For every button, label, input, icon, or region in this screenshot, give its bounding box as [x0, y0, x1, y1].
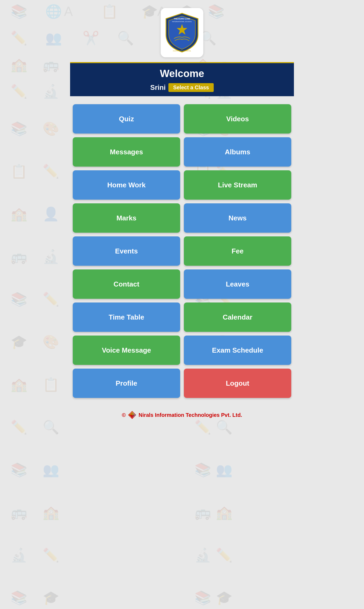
svg-text:🎓: 🎓 — [43, 590, 59, 606]
user-name: Srini — [150, 83, 166, 92]
welcome-subtitle: Srini Select a Class — [150, 83, 214, 96]
svg-text:🚌: 🚌 — [195, 505, 211, 521]
videos-button[interactable]: Videos — [184, 104, 291, 134]
svg-text:📚: 📚 — [195, 590, 211, 606]
events-button[interactable]: Events — [73, 236, 180, 266]
messages-button[interactable]: Messages — [73, 137, 180, 167]
company-name: Nirals Information Technologies Pvt. Ltd… — [139, 412, 242, 418]
svg-text:📚: 📚 — [195, 462, 211, 478]
svg-text:👥: 👥 — [216, 462, 233, 478]
nirals-logo-icon — [128, 411, 136, 419]
menu-grid: QuizVideosMessagesAlbumsHome WorkLive St… — [70, 96, 294, 406]
quiz-button[interactable]: Quiz — [73, 104, 180, 134]
copyright-symbol: © — [122, 412, 126, 418]
svg-text:📚: 📚 — [11, 590, 27, 606]
svg-text:HUNTS YOUR POTENTIAL: HUNTS YOUR POTENTIAL — [173, 50, 191, 52]
homework-button[interactable]: Home Work — [73, 170, 180, 200]
welcome-title: Welcome — [160, 68, 204, 79]
svg-text:🔬: 🔬 — [11, 547, 27, 563]
marks-button[interactable]: Marks — [73, 203, 180, 233]
profile-button[interactable]: Profile — [73, 369, 180, 398]
contact-button[interactable]: Contact — [73, 269, 180, 299]
main-wrapper: TREASURE iLAND INTERNATIONAL SCHOOL HUNT… — [0, 0, 364, 427]
svg-text:TREASURE iLAND: TREASURE iLAND — [174, 18, 190, 20]
albums-button[interactable]: Albums — [184, 137, 291, 167]
footer: © Nirals Information Technologies Pvt. L… — [70, 406, 294, 427]
svg-text:👥: 👥 — [43, 462, 59, 478]
timetable-button[interactable]: Time Table — [73, 303, 180, 332]
school-logo-container: TREASURE iLAND INTERNATIONAL SCHOOL HUNT… — [161, 8, 203, 57]
svg-text:🔬: 🔬 — [195, 547, 211, 563]
svg-text:✏️: ✏️ — [43, 547, 59, 563]
svg-text:🏫: 🏫 — [216, 505, 233, 521]
svg-text:📚: 📚 — [11, 462, 27, 478]
leaves-button[interactable]: Leaves — [184, 269, 291, 299]
news-button[interactable]: News — [184, 203, 291, 233]
examschedule-button[interactable]: Exam Schedule — [184, 336, 291, 365]
fee-button[interactable]: Fee — [184, 236, 291, 266]
svg-text:INTERNATIONAL SCHOOL: INTERNATIONAL SCHOOL — [172, 21, 192, 22]
select-class-button[interactable]: Select a Class — [168, 83, 214, 92]
svg-text:✏️: ✏️ — [216, 547, 233, 563]
welcome-banner: Welcome Srini Select a Class — [70, 62, 294, 96]
school-logo: TREASURE iLAND INTERNATIONAL SCHOOL HUNT… — [165, 12, 199, 53]
svg-text:🏫: 🏫 — [43, 505, 59, 521]
svg-text:🚌: 🚌 — [11, 505, 27, 521]
calendar-button[interactable]: Calendar — [184, 303, 291, 332]
svg-text:🎓: 🎓 — [216, 590, 233, 606]
logout-button[interactable]: Logout — [184, 369, 291, 398]
voicemessage-button[interactable]: Voice Message — [73, 336, 180, 365]
livestream-button[interactable]: Live Stream — [184, 170, 291, 200]
